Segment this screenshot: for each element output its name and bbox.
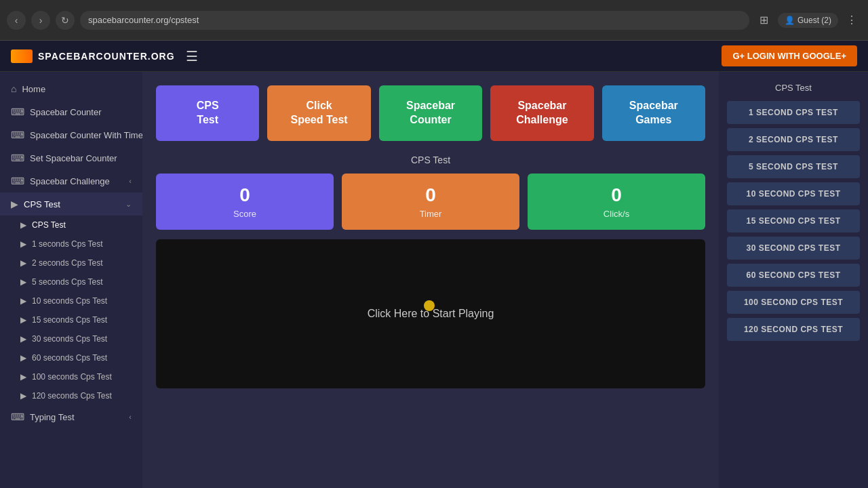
sidebar-item-label: Typing Test <box>30 412 75 422</box>
extensions-icon[interactable]: ⊞ <box>755 11 774 30</box>
main-layout: ⌂ Home ⌨ Spacebar Counter ⌨ Spacebar Cou… <box>0 72 868 488</box>
cursor-icon: ▶ <box>20 239 26 249</box>
right-panel: CPS Test 1 SECOND CPS TEST 2 SECOND CPS … <box>719 72 868 488</box>
chevron-down-icon: ⌄ <box>125 200 132 209</box>
forward-button[interactable]: › <box>31 11 50 30</box>
keyboard-icon: ⌨ <box>11 129 24 140</box>
refresh-button[interactable]: ↻ <box>56 11 75 30</box>
guest-label: Guest (2) <box>797 16 831 25</box>
sidebar-item-cps-test[interactable]: ▶ CPS Test ⌄ <box>0 192 142 216</box>
score-label: Score <box>167 209 323 219</box>
nav-tiles: CPSTest ClickSpeed Test SpacebarCounter … <box>156 85 705 141</box>
hamburger-icon[interactable]: ☰ <box>186 48 198 64</box>
cursor-icon: ▶ <box>20 391 26 401</box>
sidebar-sub-item-label: 15 seconds Cps Test <box>32 315 107 325</box>
sidebar-sub-item-1s[interactable]: ▶ 1 seconds Cps Test <box>0 235 142 253</box>
timer-value: 0 <box>353 184 509 206</box>
sidebar-sub-item-label: 10 seconds Cps Test <box>32 296 107 306</box>
sidebar-item-spacebar-challenge[interactable]: ⌨ Spacebar Challenge ‹ <box>0 169 142 192</box>
top-navbar: SPACEBARCOUNTER.ORG ☰ G+ LOGIN WITH GOOG… <box>0 41 868 72</box>
right-panel-title: CPS Test <box>727 83 860 93</box>
cps-60s-button[interactable]: 60 SECOND CPS TEST <box>727 264 860 287</box>
sidebar-item-spacebar-timer[interactable]: ⌨ Spacebar Counter With Timer ‹ <box>0 123 142 146</box>
guest-badge: 👤 Guest (2) <box>778 13 838 28</box>
chevron-left-icon: ‹ <box>129 177 132 185</box>
cursor-icon: ▶ <box>20 334 26 344</box>
sidebar-sub-item-label: 120 seconds Cps Test <box>32 391 112 401</box>
cps-section-title: CPS Test <box>156 155 705 165</box>
sidebar-sub-item-label: 100 seconds Cps Test <box>32 372 112 382</box>
site-name: SPACEBARCOUNTER.ORG <box>38 51 175 62</box>
cps-15s-button[interactable]: 15 SECOND CPS TEST <box>727 209 860 232</box>
nav-tile-click-speed[interactable]: ClickSpeed Test <box>267 85 370 141</box>
sidebar-sub-item-label: 1 seconds Cps Test <box>32 239 103 249</box>
score-box-timer: 0 Timer <box>342 174 519 230</box>
sidebar-sub-item-60s[interactable]: ▶ 60 seconds Cps Test <box>0 348 142 367</box>
sidebar-sub-item-label: 5 seconds Cps Test <box>32 277 103 287</box>
score-row: 0 Score 0 Timer 0 Click/s <box>156 174 705 230</box>
cps-30s-button[interactable]: 30 SECOND CPS TEST <box>727 237 860 260</box>
sidebar-sub-item-2s[interactable]: ▶ 2 seconds Cps Test <box>0 253 142 272</box>
sidebar-sub-item-100s[interactable]: ▶ 100 seconds Cps Test <box>0 367 142 386</box>
clicks-value: 0 <box>538 184 694 206</box>
sidebar-item-label: Home <box>22 84 45 94</box>
sidebar-item-set-spacebar[interactable]: ⌨ Set Spacebar Counter <box>0 146 142 169</box>
sidebar-sub-item-label: 2 seconds Cps Test <box>32 258 103 268</box>
sidebar-item-home[interactable]: ⌂ Home <box>0 77 142 100</box>
cursor-icon: ▶ <box>11 199 18 209</box>
play-area[interactable]: Click Here to Start Playing <box>156 239 705 388</box>
cps-5s-button[interactable]: 5 SECOND CPS TEST <box>727 155 860 178</box>
score-value: 0 <box>167 184 323 206</box>
nav-tile-spacebar-counter[interactable]: SpacebarCounter <box>379 85 482 141</box>
more-icon[interactable]: ⋮ <box>842 11 861 30</box>
clicks-label: Click/s <box>538 209 694 219</box>
login-button[interactable]: G+ LOGIN WITH GOOGLE+ <box>722 45 857 66</box>
site-logo: SPACEBARCOUNTER.ORG <box>11 49 175 63</box>
cursor-icon: ▶ <box>20 315 26 325</box>
keyboard-icon: ⌨ <box>11 106 24 117</box>
cursor-icon: ▶ <box>20 258 26 268</box>
sidebar: ⌂ Home ⌨ Spacebar Counter ⌨ Spacebar Cou… <box>0 72 142 488</box>
cps-120s-button[interactable]: 120 SECOND CPS TEST <box>727 318 860 341</box>
sidebar-item-label: CPS Test <box>24 199 60 209</box>
cps-2s-button[interactable]: 2 SECOND CPS TEST <box>727 128 860 151</box>
logo-icon <box>11 49 33 63</box>
sidebar-sub-item-120s[interactable]: ▶ 120 seconds Cps Test <box>0 386 142 405</box>
sidebar-item-label: Spacebar Counter With Timer <box>30 130 142 140</box>
cursor-icon: ▶ <box>20 220 26 230</box>
browser-chrome: ‹ › ↻ ⊞ 👤 Guest (2) ⋮ <box>0 0 868 41</box>
sidebar-sub-item-label: 30 seconds Cps Test <box>32 334 107 344</box>
sidebar-sub-item-15s[interactable]: ▶ 15 seconds Cps Test <box>0 310 142 329</box>
home-icon: ⌂ <box>11 83 16 94</box>
keyboard-icon: ⌨ <box>11 176 24 186</box>
cps-10s-button[interactable]: 10 SECOND CPS TEST <box>727 182 860 205</box>
nav-tile-spacebar-challenge[interactable]: SpacebarChallenge <box>490 85 593 141</box>
chevron-left-icon: ‹ <box>129 413 132 421</box>
sidebar-item-label: Spacebar Challenge <box>30 176 110 186</box>
back-button[interactable]: ‹ <box>7 11 26 30</box>
sidebar-sub-item-30s[interactable]: ▶ 30 seconds Cps Test <box>0 329 142 348</box>
score-box-score: 0 Score <box>156 174 334 230</box>
account-icon: 👤 <box>785 16 795 25</box>
nav-tile-spacebar-games[interactable]: SpacebarGames <box>602 85 705 141</box>
timer-label: Timer <box>353 209 509 219</box>
cursor-icon: ▶ <box>20 277 26 287</box>
cursor-icon: ▶ <box>20 296 26 306</box>
cursor-icon: ▶ <box>20 372 26 382</box>
cps-100s-button[interactable]: 100 SECOND CPS TEST <box>727 291 860 314</box>
sidebar-sub-item-10s[interactable]: ▶ 10 seconds Cps Test <box>0 291 142 310</box>
sidebar-item-label: Spacebar Counter <box>30 107 102 117</box>
cursor-icon: ▶ <box>20 353 26 363</box>
main-content: CPSTest ClickSpeed Test SpacebarCounter … <box>142 72 719 488</box>
sidebar-sub-item-cps-test[interactable]: ▶ CPS Test <box>0 216 142 235</box>
score-box-clicks: 0 Click/s <box>528 174 705 230</box>
nav-tile-cps-test[interactable]: CPSTest <box>156 85 259 141</box>
cps-1s-button[interactable]: 1 SECOND CPS TEST <box>727 101 860 124</box>
address-bar[interactable] <box>80 11 749 30</box>
keyboard-icon: ⌨ <box>11 411 24 422</box>
sidebar-item-typing-test[interactable]: ⌨ Typing Test ‹ <box>0 405 142 428</box>
sidebar-item-spacebar-counter[interactable]: ⌨ Spacebar Counter <box>0 100 142 123</box>
sidebar-sub-item-5s[interactable]: ▶ 5 seconds Cps Test <box>0 272 142 291</box>
sidebar-sub-item-label: CPS Test <box>32 220 66 230</box>
sidebar-item-label: Set Spacebar Counter <box>30 153 117 163</box>
